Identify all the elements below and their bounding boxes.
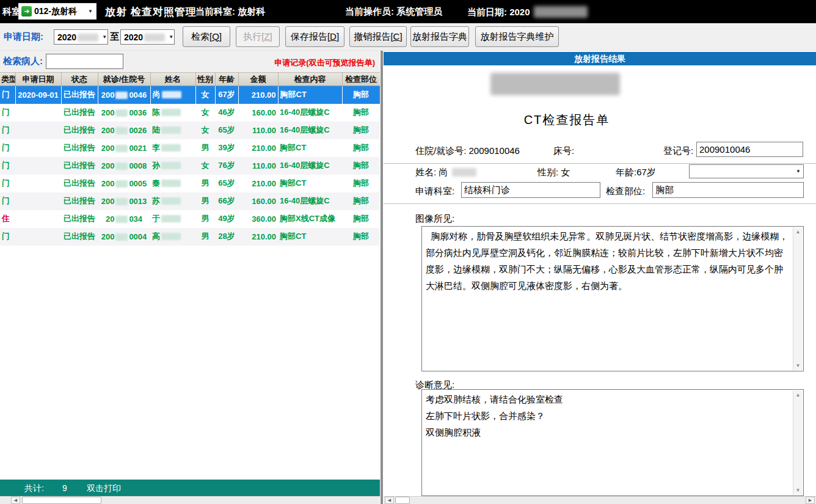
cell-name[interactable]: 尚 — [150, 86, 195, 104]
cell-visit-id[interactable]: 2000013 — [98, 192, 150, 210]
cell-exam-content[interactable]: 16-40层螺旋C — [278, 104, 342, 122]
cell-type[interactable]: 门 — [0, 228, 15, 246]
cell-exam-part[interactable]: 胸部 — [342, 175, 380, 192]
column-header[interactable]: 检查部位 — [342, 73, 380, 86]
cell-visit-id[interactable]: 2000008 — [98, 157, 150, 175]
table-row[interactable]: 门已出报告2000004高男28岁210.00胸部CT胸部 — [0, 228, 380, 246]
cell-request-date[interactable] — [15, 122, 61, 139]
cell-exam-content[interactable]: 胸部CT — [278, 139, 342, 157]
exam-part-input[interactable] — [652, 182, 804, 198]
cell-type[interactable]: 门 — [0, 104, 15, 122]
cell-amount[interactable]: 160.00 — [238, 104, 278, 122]
table-row[interactable]: 住已出报告20034于男49岁360.00胸部X线CT成像胸部 — [0, 210, 380, 228]
cell-status[interactable]: 已出报告 — [61, 104, 98, 122]
findings-scrollbar[interactable]: ▲ ▼ — [793, 227, 803, 370]
cell-exam-content[interactable]: 16-40层螺旋C — [278, 192, 342, 210]
date-to-select[interactable]: 2020 ▼ — [120, 29, 175, 45]
cell-exam-content[interactable]: 胸部X线CT成像 — [278, 210, 342, 228]
cell-exam-content[interactable]: 16-40层螺旋C — [278, 122, 342, 139]
report-template-select[interactable]: ▼ — [689, 164, 804, 178]
cell-visit-id[interactable]: 2000005 — [98, 175, 150, 192]
scrollbar-thumb[interactable] — [395, 497, 410, 504]
cell-age[interactable]: 65岁 — [215, 122, 238, 139]
cell-name[interactable]: 苏 — [150, 192, 195, 210]
column-header[interactable]: 状态 — [61, 73, 98, 86]
cell-status[interactable]: 已出报告 — [61, 192, 98, 210]
cell-name[interactable]: 陈 — [150, 104, 195, 122]
cell-amount[interactable]: 210.00 — [238, 86, 278, 104]
cell-visit-id[interactable]: 2000004 — [98, 228, 150, 246]
cell-exam-part[interactable]: 胸部 — [342, 122, 380, 139]
cell-sex[interactable]: 女 — [195, 122, 215, 139]
cell-amount[interactable]: 210.00 — [238, 139, 278, 157]
column-header[interactable]: 姓名 — [150, 73, 195, 86]
cell-exam-part[interactable]: 胸部 — [342, 86, 380, 104]
revoke-report-button[interactable]: 撤销报告[C] — [349, 26, 407, 47]
cell-type[interactable]: 门 — [0, 175, 15, 192]
cell-request-date[interactable] — [15, 139, 61, 157]
table-row[interactable]: 门已出报告2000013苏男66岁160.0016-40层螺旋C胸部 — [0, 192, 380, 210]
cell-status[interactable]: 已出报告 — [61, 86, 98, 104]
scroll-left-icon[interactable]: ◀ — [11, 497, 20, 504]
cell-visit-id[interactable]: 2000021 — [98, 139, 150, 157]
cell-amount[interactable]: 210.00 — [238, 175, 278, 192]
cell-visit-id[interactable]: 20034 — [98, 210, 150, 228]
scroll-right-icon[interactable]: ▶ — [806, 497, 815, 504]
save-report-button[interactable]: 保存报告[D] — [285, 26, 344, 47]
cell-type[interactable]: 门 — [0, 86, 15, 104]
cell-amount[interactable]: 210.00 — [238, 228, 278, 246]
cell-age[interactable]: 76岁 — [215, 157, 238, 175]
report-dictionary-maintenance-button[interactable]: 放射报告字典维护 — [475, 26, 559, 47]
cell-type[interactable]: 门 — [0, 192, 15, 210]
scrollbar-thumb[interactable] — [22, 497, 101, 504]
cell-exam-part[interactable]: 胸部 — [342, 228, 380, 246]
cell-sex[interactable]: 男 — [195, 192, 215, 210]
cell-amount[interactable]: 360.00 — [238, 210, 278, 228]
cell-status[interactable]: 已出报告 — [61, 175, 98, 192]
table-row[interactable]: 门已出报告2000005秦男65岁210.00胸部CT胸部 — [0, 175, 380, 192]
search-button[interactable]: 检索[Q] — [183, 26, 230, 47]
column-header[interactable]: 金额 — [238, 73, 278, 86]
cell-request-date[interactable] — [15, 157, 61, 175]
column-header[interactable]: 就诊/住院号 — [98, 73, 150, 86]
date-from-select[interactable]: 2020 ▼ — [54, 29, 108, 45]
cell-sex[interactable]: 女 — [195, 86, 215, 104]
cell-request-date[interactable] — [15, 192, 61, 210]
cell-type[interactable]: 住 — [0, 210, 15, 228]
cell-exam-content[interactable]: 胸部CT — [278, 175, 342, 192]
cell-visit-id[interactable]: 2000046 — [98, 86, 150, 104]
cell-request-date[interactable] — [15, 228, 61, 246]
cell-exam-part[interactable]: 胸部 — [342, 157, 380, 175]
cell-exam-content[interactable]: 16-40层螺旋C — [278, 157, 342, 175]
cell-type[interactable]: 门 — [0, 157, 15, 175]
scroll-down-icon[interactable]: ▼ — [793, 363, 803, 368]
request-dept-input[interactable] — [461, 182, 600, 198]
table-row[interactable]: 门已出报告2000008孙女76岁110.0016-40层螺旋C胸部 — [0, 157, 380, 175]
report-dictionary-button[interactable]: 放射报告字典 — [410, 26, 469, 47]
cell-exam-content[interactable]: 胸部CT — [278, 228, 342, 246]
cell-visit-id[interactable]: 2000026 — [98, 122, 150, 139]
cell-type[interactable]: 门 — [0, 139, 15, 157]
cell-request-date[interactable]: 2020-09-01 — [15, 86, 61, 104]
cell-exam-part[interactable]: 胸部 — [342, 192, 380, 210]
cell-amount[interactable]: 110.00 — [238, 122, 278, 139]
scroll-left-icon[interactable]: ◀ — [385, 497, 394, 504]
table-row[interactable]: 门已出报告2000026陆女65岁110.0016-40层螺旋C胸部 — [0, 122, 380, 139]
cell-sex[interactable]: 女 — [195, 104, 215, 122]
cell-name[interactable]: 于 — [150, 210, 195, 228]
column-header[interactable]: 类型 — [0, 73, 15, 86]
scroll-up-icon[interactable]: ▲ — [793, 229, 803, 235]
cell-amount[interactable]: 110.00 — [238, 157, 278, 175]
registration-number-input[interactable] — [696, 142, 803, 157]
cell-name[interactable]: 陆 — [150, 122, 195, 139]
cell-type[interactable]: 门 — [0, 122, 15, 139]
column-header[interactable]: 性别 — [195, 73, 215, 86]
scroll-up-icon[interactable]: ▲ — [793, 392, 803, 398]
cell-name[interactable]: 秦 — [150, 175, 195, 192]
cell-exam-content[interactable]: 胸部CT — [278, 86, 342, 104]
dept-select[interactable]: ➜ 012-放射科 ▼ — [18, 3, 97, 20]
table-row[interactable]: 门已出报告2000036陈女46岁160.0016-40层螺旋C胸部 — [0, 104, 380, 122]
column-header[interactable]: 申请日期 — [15, 73, 61, 86]
cell-sex[interactable]: 男 — [195, 175, 215, 192]
cell-request-date[interactable] — [15, 175, 61, 192]
